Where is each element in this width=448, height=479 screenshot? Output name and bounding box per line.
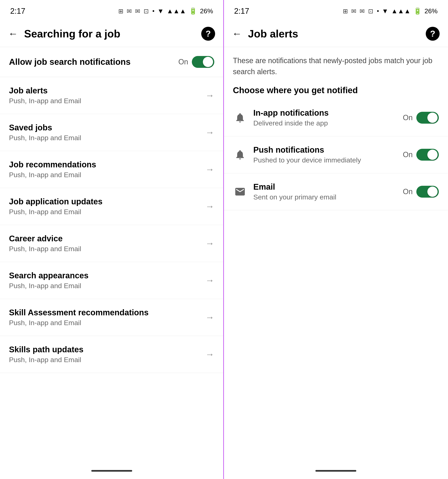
channel-status-push: On (403, 150, 413, 159)
system-icons-right: ⊞ ✉ ✉ ⊡ (343, 7, 374, 15)
channel-status-inapp: On (403, 113, 413, 122)
home-indicator-left (0, 465, 223, 479)
battery-icon-left: 🔋 (189, 7, 197, 15)
help-button-right[interactable]: ? (426, 27, 440, 41)
status-time-right: 2:17 (234, 7, 249, 15)
channel-toggle-inapp[interactable] (416, 112, 439, 124)
channel-subtitle-inapp: Delivered inside the app (253, 119, 397, 127)
status-icons-right: ⊞ ✉ ✉ ⊡ • ▼ ▲▲▲ 🔋 26% (343, 7, 438, 15)
back-button-left[interactable]: ← (8, 29, 18, 39)
notif-item-title: Search appearances (9, 271, 205, 280)
allow-notifications-right: On (178, 56, 214, 68)
channel-subtitle-email: Sent on your primary email (253, 193, 397, 201)
chevron-right-icon: → (205, 238, 214, 248)
channel-title-email: Email (253, 182, 397, 192)
list-item[interactable]: Job recommendations Push, In-app and Ema… (0, 151, 223, 188)
channel-subtitle-push: Pushed to your device immediately (253, 156, 397, 164)
notif-item-title: Job recommendations (9, 160, 205, 169)
notif-item-subtitle: Push, In-app and Email (9, 208, 205, 216)
channel-status-email: On (403, 187, 413, 196)
job-alerts-description: These are notifications that newly-poste… (224, 47, 448, 77)
notif-item-subtitle: Push, In-app and Email (9, 245, 205, 253)
status-bar-right: 2:17 ⊞ ✉ ✉ ⊡ • ▼ ▲▲▲ 🔋 26% (224, 0, 448, 20)
choose-notified-section-title: Choose where you get notified (224, 77, 448, 99)
notif-item-subtitle: Push, In-app and Email (9, 282, 205, 290)
battery-pct-left: 26% (200, 7, 213, 15)
notification-items-list: Job alerts Push, In-app and Email → Save… (0, 77, 223, 465)
list-item[interactable]: Career advice Push, In-app and Email → (0, 225, 223, 262)
allow-notifications-status: On (178, 58, 188, 66)
channel-right-email: On (403, 186, 439, 198)
notif-item-subtitle: Push, In-app and Email (9, 97, 205, 105)
system-icons-left: ⊞ ✉ ✉ ⊡ (118, 7, 150, 15)
notif-item-subtitle: Push, In-app and Email (9, 134, 205, 142)
page-header-right: ← Job alerts ? (224, 20, 448, 47)
home-indicator-right (224, 465, 448, 479)
signal-icon-left: ▲▲▲ (167, 7, 186, 15)
page-header-left: ← Searching for a job ? (0, 20, 223, 47)
list-item[interactable]: Saved jobs Push, In-app and Email → (0, 114, 223, 151)
home-bar-left (91, 470, 132, 472)
status-icons-left: ⊞ ✉ ✉ ⊡ • ▼ ▲▲▲ 🔋 26% (118, 7, 213, 15)
chevron-right-icon: → (205, 90, 214, 100)
channel-item-push[interactable]: Push notifications Pushed to your device… (224, 136, 448, 173)
dot-right: • (377, 7, 379, 14)
notif-item-title: Saved jobs (9, 123, 205, 132)
notification-channel-list: In-app notifications Delivered inside th… (224, 99, 448, 465)
wifi-icon-left: ▼ (157, 7, 164, 15)
left-panel: 2:17 ⊞ ✉ ✉ ⊡ • ▼ ▲▲▲ 🔋 26% ← Searching f… (0, 0, 224, 479)
chevron-right-icon: → (205, 127, 214, 138)
notif-item-title: Job alerts (9, 86, 205, 95)
channel-item-email[interactable]: Email Sent on your primary email On (224, 173, 448, 210)
channel-toggle-email[interactable] (416, 186, 439, 198)
allow-notifications-toggle[interactable] (192, 56, 214, 68)
chevron-right-icon: → (205, 275, 214, 286)
list-item[interactable]: Skill Assessment recommendations Push, I… (0, 299, 223, 336)
chevron-right-icon: → (205, 312, 214, 322)
notif-item-title: Job application updates (9, 197, 205, 206)
wifi-icon-right: ▼ (382, 7, 388, 15)
notif-item-subtitle: Push, In-app and Email (9, 319, 205, 327)
notif-item-title: Skills path updates (9, 345, 205, 354)
channel-right-inapp: On (403, 112, 439, 124)
email-icon (233, 185, 247, 199)
right-panel: 2:17 ⊞ ✉ ✉ ⊡ • ▼ ▲▲▲ 🔋 26% ← Job alerts … (224, 0, 448, 479)
channel-item-inapp[interactable]: In-app notifications Delivered inside th… (224, 99, 448, 136)
battery-icon-right: 🔋 (414, 7, 422, 15)
chevron-right-icon: → (205, 201, 214, 212)
notif-item-subtitle: Push, In-app and Email (9, 171, 205, 179)
channel-toggle-push[interactable] (416, 149, 439, 161)
back-button-right[interactable]: ← (232, 29, 242, 39)
page-title-right: Job alerts (248, 27, 420, 40)
home-bar-right (316, 470, 356, 472)
allow-notifications-label: Allow job search notifications (9, 57, 131, 67)
channel-title-push: Push notifications (253, 145, 397, 154)
dot-left: • (152, 7, 155, 14)
list-item[interactable]: Job alerts Push, In-app and Email → (0, 77, 223, 114)
chevron-right-icon: → (205, 349, 214, 359)
status-bar-left: 2:17 ⊞ ✉ ✉ ⊡ • ▼ ▲▲▲ 🔋 26% (0, 0, 223, 20)
signal-icon-right: ▲▲▲ (391, 7, 411, 15)
allow-notifications-row[interactable]: Allow job search notifications On (0, 47, 223, 77)
status-time-left: 2:17 (10, 7, 25, 15)
channel-title-inapp: In-app notifications (253, 108, 397, 118)
chevron-right-icon: → (205, 164, 214, 174)
list-item[interactable]: Skills path updates Push, In-app and Ema… (0, 336, 223, 373)
channel-right-push: On (403, 149, 439, 161)
list-item[interactable]: Search appearances Push, In-app and Emai… (0, 262, 223, 299)
notif-item-title: Career advice (9, 234, 205, 243)
battery-pct-right: 26% (424, 7, 438, 15)
help-button-left[interactable]: ? (201, 27, 215, 41)
notif-item-subtitle: Push, In-app and Email (9, 356, 205, 364)
list-item[interactable]: Job application updates Push, In-app and… (0, 188, 223, 225)
bell-icon-push (233, 147, 247, 162)
page-title-left: Searching for a job (24, 27, 195, 40)
notif-item-title: Skill Assessment recommendations (9, 308, 205, 317)
bell-icon-inapp (233, 111, 247, 125)
